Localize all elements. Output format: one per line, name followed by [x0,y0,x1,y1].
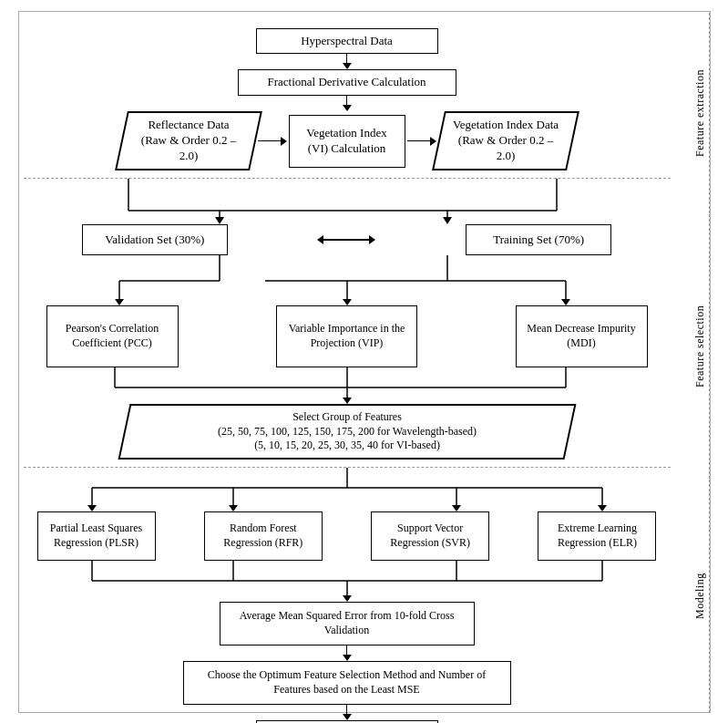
connector-svg-4 [37,468,657,511]
arrow-choose-down [343,705,352,720]
elr-box: Extreme Learning Regression (ELR) [538,511,656,561]
validation-box: Validation Set (30%) [82,224,228,255]
select-group-box: Select Group of Features (25, 50, 75, 10… [118,404,576,460]
plsr-box: Partial Least Squares Regression (PLSR) [37,511,156,561]
amse-label: Average Mean Squared Error from 10-fold … [230,609,465,637]
svg-marker-41 [343,595,352,602]
arrow-fractional-down [343,96,352,111]
vip-label: Variable Importance in the Projection (V… [286,322,407,350]
connector-svg-1 [37,179,657,224]
svg-marker-33 [598,505,607,511]
rfr-box: Random Forest Regression (RFR) [204,511,323,561]
connector-svg-2 [37,255,657,305]
vi-calc-box: Vegetation Index (VI) Calculation [289,115,405,168]
hyperspectral-box: Hyperspectral Data [256,28,438,55]
training-label: Training Set (70%) [493,232,584,248]
mdi-box: Mean Decrease Impurity (MDI) [516,305,648,367]
svg-marker-4 [215,217,224,224]
pcc-box: Pearson's Correlation Coefficient (PCC) [46,305,179,367]
choose-box: Choose the Optimum Feature Selection Met… [183,661,511,705]
plsr-label: Partial Least Squares Regression (PLSR) [47,522,146,550]
hyperspectral-label: Hyperspectral Data [301,34,393,47]
vi-data-box: Vegetation Index Data (Raw & Order 0.2 –… [432,111,579,170]
vip-box: Variable Importance in the Projection (V… [276,305,417,367]
svg-marker-29 [229,505,238,511]
section-label-feature-extraction: Feature extraction [692,13,710,213]
pcc-label: Pearson's Correlation Coefficient (PCC) [56,322,169,350]
svg-marker-16 [561,299,570,305]
arrow-amse-down [343,646,352,661]
section-label-feature-selection: Feature selection [692,214,710,479]
elr-label: Extreme Learning Regression (ELR) [548,522,646,550]
reflectance-box: Reflectance Data (Raw & Order 0.2 – 2.0) [115,111,262,170]
training-box: Training Set (70%) [466,224,611,255]
section-label-modeling: Modeling [692,480,710,713]
vi-data-label: Vegetation Index Data (Raw & Order 0.2 –… [451,118,560,164]
mdi-label: Mean Decrease Impurity (MDI) [526,322,638,350]
rfr-label: Random Forest Regression (RFR) [214,522,313,550]
svg-marker-23 [343,398,352,404]
connector-svg-5 [37,561,657,602]
amse-box: Average Mean Squared Error from 10-fold … [220,602,475,646]
svg-marker-6 [443,217,452,224]
svg-marker-10 [115,299,124,305]
arrow-hyper-to-fractional [343,54,352,69]
reflectance-label: Reflectance Data (Raw & Order 0.2 – 2.0) [134,118,243,164]
diagram-wrapper: Feature extraction Feature selection Mod… [18,11,711,713]
svg-marker-31 [452,505,461,511]
svg-marker-14 [343,299,352,305]
svg-marker-27 [87,505,97,511]
fractional-label: Fractional Derivative Calculation [268,75,426,88]
select-group-label: Select Group of Features (25, 50, 75, 10… [137,410,558,453]
connector-svg-3 [37,367,657,404]
main-content: Hyperspectral Data Fractional Derivative… [19,12,675,714]
choose-label: Choose the Optimum Feature Selection Met… [193,668,501,697]
vi-calc-label: Vegetation Index (VI) Calculation [299,126,395,157]
svr-label: Support Vector Regression (SVR) [381,522,479,550]
svr-box: Support Vector Regression (SVR) [371,511,489,561]
validation-label: Validation Set (30%) [105,232,204,248]
fractional-box: Fractional Derivative Calculation [238,69,456,96]
